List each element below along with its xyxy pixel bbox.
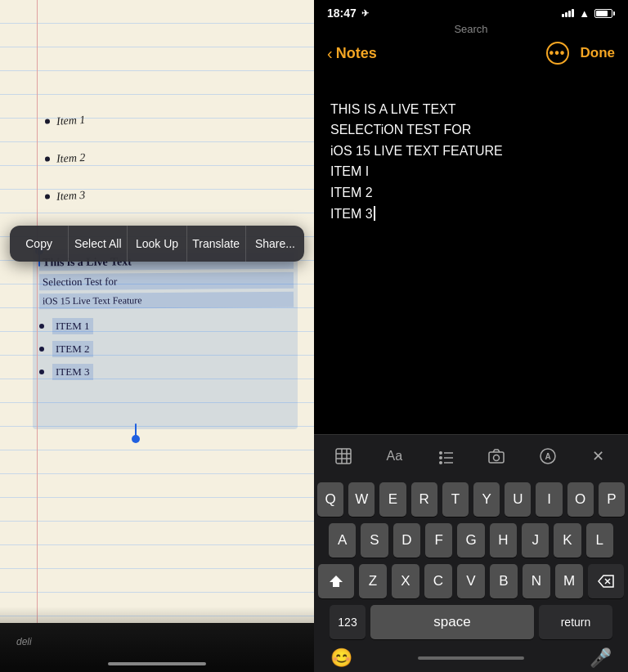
signal-bars-icon bbox=[562, 9, 574, 17]
format-icon[interactable]: A bbox=[532, 441, 564, 471]
key-I[interactable]: I bbox=[536, 482, 562, 517]
key-S[interactable]: S bbox=[361, 523, 388, 558]
status-time: 18:47 ✈ bbox=[327, 7, 369, 20]
bullet-3 bbox=[45, 194, 50, 199]
sel-bullet-2 bbox=[39, 347, 44, 352]
keyboard: Q W E R T Y U I O P A S D F G H J K L bbox=[314, 477, 628, 643]
status-bar: 18:47 ✈ ▲ bbox=[314, 0, 628, 23]
back-button[interactable]: ‹ Notes bbox=[327, 44, 377, 63]
translate-button[interactable]: Translate bbox=[187, 226, 246, 262]
keyboard-row-2: A S D F G H J K L bbox=[317, 523, 625, 558]
keyboard-row-4: 123 space return bbox=[317, 605, 625, 639]
left-panel: Item 1 Item 2 Item 3 This is a Live Text… bbox=[0, 0, 314, 672]
key-D[interactable]: D bbox=[393, 523, 420, 558]
backspace-icon bbox=[598, 575, 614, 588]
key-C[interactable]: C bbox=[424, 564, 452, 598]
selected-text-block: This is a Live Text Selection Test for i… bbox=[39, 253, 294, 387]
select-all-button[interactable]: Select All bbox=[69, 226, 128, 262]
key-L[interactable]: L bbox=[586, 523, 613, 558]
selected-item-text-3: ITEM 3 bbox=[52, 364, 93, 380]
wifi-icon: ▲ bbox=[579, 7, 590, 20]
key-Z[interactable]: Z bbox=[359, 564, 387, 598]
numbers-key[interactable]: 123 bbox=[330, 605, 366, 639]
more-options-button[interactable]: ••• bbox=[546, 42, 569, 65]
return-key[interactable]: return bbox=[539, 605, 612, 639]
font-icon[interactable]: Aa bbox=[378, 441, 410, 471]
right-panel: 18:47 ✈ ▲ Search ‹ Notes bbox=[314, 0, 628, 672]
list-icon[interactable] bbox=[429, 441, 462, 471]
nav-bar: ‹ Notes ••• Done bbox=[314, 38, 628, 71]
nav-title: Notes bbox=[336, 45, 377, 62]
status-icons: ▲ bbox=[562, 7, 615, 20]
location-icon: ✈ bbox=[361, 8, 369, 19]
selected-item-3: ITEM 3 bbox=[39, 364, 294, 380]
key-N[interactable]: N bbox=[523, 564, 550, 598]
emoji-button[interactable]: 😊 bbox=[330, 647, 352, 669]
selected-item-2: ITEM 2 bbox=[39, 341, 294, 357]
key-V[interactable]: V bbox=[457, 564, 485, 598]
sel-bullet-3 bbox=[39, 370, 44, 374]
keyboard-toolbar: Aa A ✕ bbox=[314, 434, 628, 477]
key-G[interactable]: G bbox=[457, 523, 484, 558]
shift-icon bbox=[329, 574, 343, 589]
key-U[interactable]: U bbox=[505, 482, 531, 517]
key-P[interactable]: P bbox=[599, 482, 625, 517]
key-B[interactable]: B bbox=[490, 564, 518, 598]
selection-cursor-bottom bbox=[135, 423, 137, 438]
top-item-1: Item 1 bbox=[45, 114, 86, 128]
close-toolbar-button[interactable]: ✕ bbox=[582, 441, 615, 471]
bottom-bar: 😊 🎤 bbox=[314, 643, 628, 672]
selected-line-3: iOS 15 Live Text Feature bbox=[39, 292, 294, 310]
search-bar: Search bbox=[314, 23, 628, 38]
space-key[interactable]: space bbox=[370, 605, 534, 639]
camera-icon[interactable] bbox=[480, 441, 513, 471]
key-H[interactable]: H bbox=[490, 523, 517, 558]
key-A[interactable]: A bbox=[329, 523, 356, 558]
back-chevron-icon: ‹ bbox=[327, 44, 333, 63]
text-cursor bbox=[374, 206, 375, 221]
key-Y[interactable]: Y bbox=[473, 482, 500, 517]
key-W[interactable]: W bbox=[348, 482, 375, 517]
context-menu: Copy Select All Look Up Translate Share.… bbox=[10, 226, 304, 262]
look-up-button[interactable]: Look Up bbox=[128, 226, 186, 262]
deli-watermark: deli bbox=[16, 636, 32, 647]
mic-button[interactable]: 🎤 bbox=[590, 647, 612, 669]
key-R[interactable]: R bbox=[411, 482, 437, 517]
backspace-key[interactable] bbox=[588, 564, 624, 598]
key-T[interactable]: T bbox=[442, 482, 469, 517]
sel-bullet-1 bbox=[39, 324, 44, 329]
notes-content-area[interactable]: THIS IS A LIVE TEXT SELECTiON TEST FOR i… bbox=[314, 71, 628, 434]
home-indicator-left bbox=[108, 662, 206, 665]
nav-actions: ••• Done bbox=[546, 42, 616, 65]
key-O[interactable]: O bbox=[567, 482, 594, 517]
share-button[interactable]: Share... bbox=[246, 226, 304, 262]
svg-text:A: A bbox=[545, 452, 550, 461]
selected-item-text-2: ITEM 2 bbox=[52, 341, 93, 357]
bullet-1 bbox=[45, 119, 50, 123]
key-Q[interactable]: Q bbox=[317, 482, 343, 517]
battery-icon bbox=[594, 9, 615, 18]
more-dots-icon: ••• bbox=[550, 46, 566, 60]
table-icon[interactable] bbox=[327, 441, 360, 471]
key-F[interactable]: F bbox=[425, 523, 452, 558]
svg-point-5 bbox=[439, 451, 442, 455]
key-X[interactable]: X bbox=[392, 564, 419, 598]
key-E[interactable]: E bbox=[379, 482, 406, 517]
selected-item-text-1: ITEM 1 bbox=[52, 318, 93, 334]
copy-button[interactable]: Copy bbox=[10, 226, 69, 262]
shift-key[interactable] bbox=[318, 564, 354, 598]
key-J[interactable]: J bbox=[522, 523, 549, 558]
selected-item-1: ITEM 1 bbox=[39, 318, 294, 334]
notes-text: THIS IS A LIVE TEXT SELECTiON TEST FOR i… bbox=[330, 78, 612, 224]
svg-point-9 bbox=[439, 461, 442, 464]
notebook-page: Item 1 Item 2 Item 3 This is a Live Text… bbox=[0, 0, 314, 623]
home-indicator bbox=[418, 656, 524, 660]
done-button[interactable]: Done bbox=[581, 45, 616, 61]
keyboard-row-3: Z X C V B N M bbox=[317, 564, 625, 598]
top-item-3: Item 3 bbox=[45, 189, 86, 203]
key-M[interactable]: M bbox=[555, 564, 583, 598]
selected-line-2: Selection Test for bbox=[39, 272, 294, 291]
bullet-2 bbox=[45, 156, 50, 161]
key-K[interactable]: K bbox=[554, 523, 581, 558]
svg-rect-0 bbox=[336, 449, 351, 464]
